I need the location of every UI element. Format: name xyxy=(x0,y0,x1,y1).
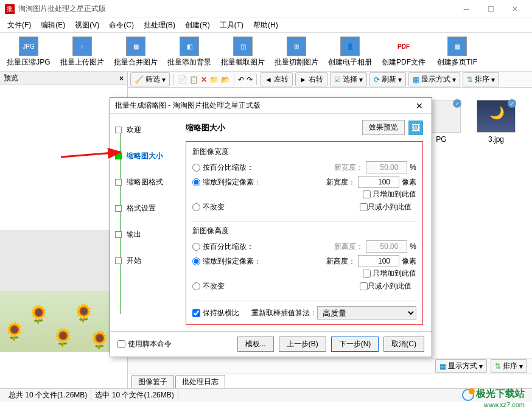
thumbnail-label: 3.jpg xyxy=(488,135,504,144)
width-percent-unit: % xyxy=(410,163,416,172)
tool-compress-jpg[interactable]: JPG批量压缩JPG xyxy=(4,34,54,70)
maximize-button[interactable]: ☐ xyxy=(478,1,503,18)
tool-merge[interactable]: ▦批量合并图片 xyxy=(111,34,161,70)
width-radio-pixel[interactable]: 缩放到指定像素： xyxy=(192,177,261,187)
tab-log[interactable]: 批处理日志 xyxy=(175,375,225,388)
menubar: 文件(F) 编辑(E) 视图(V) 命令(C) 批处理(B) 创建(R) 工具(… xyxy=(0,18,532,33)
template-button[interactable]: 模板... xyxy=(237,337,274,352)
height-group: 新图像高度 按百分比缩放： 新高度： % 缩放到指定像素： 新高度： 像素 xyxy=(192,226,416,293)
wizard-step-size[interactable]: 缩略图大小 xyxy=(115,151,172,161)
height-pixel-input[interactable] xyxy=(358,255,399,267)
width-pixel-input[interactable] xyxy=(358,176,399,188)
tool-pdf[interactable]: PDF创建PDF文件 xyxy=(379,34,429,70)
height-percent-unit: % xyxy=(410,242,416,251)
thumbnail-item[interactable]: ✓ 3.jpg xyxy=(475,100,517,144)
preview-image xyxy=(0,230,110,352)
preview-icon[interactable]: 🖼 xyxy=(408,120,423,135)
app-title: 淘淘图片批处理之星正式版 xyxy=(18,4,454,14)
wizard-step-output[interactable]: 输出 xyxy=(115,229,172,240)
keep-ratio-checkbox[interactable]: 保持纵横比 xyxy=(192,308,239,318)
wizard-step-start[interactable]: 开始 xyxy=(115,256,172,266)
height-percent-label: 新高度： xyxy=(334,242,363,252)
height-only-increase-checkbox[interactable]: 只增加到此值 xyxy=(363,268,416,279)
dialog-footer: 使用脚本命令 模板... 上一步(B) 下一步(N) 取消(C) xyxy=(110,331,432,357)
preview-title: 预览 xyxy=(4,73,119,83)
menu-create[interactable]: 创建(R) xyxy=(180,20,215,30)
view-mode-button[interactable]: ▦ 显示方式 ▾ xyxy=(408,72,460,86)
preview-close-icon[interactable]: × xyxy=(119,74,124,83)
app-icon: 批 xyxy=(5,4,15,14)
height-radio-percent[interactable]: 按百分比缩放： xyxy=(192,242,254,252)
menu-edit[interactable]: 编辑(E) xyxy=(36,20,70,30)
rotate-left-button[interactable]: ◄ 左转 xyxy=(261,72,293,86)
menu-view[interactable]: 视图(V) xyxy=(70,20,104,30)
use-script-checkbox[interactable]: 使用脚本命令 xyxy=(117,339,172,349)
wizard-content: 缩略图大小 效果预览 🖼 新图像宽度 按百分比缩放： 新宽度： % xyxy=(177,114,432,331)
dialog-close-icon[interactable]: ✕ xyxy=(412,101,427,111)
next-button[interactable]: 下一步(N) xyxy=(331,337,379,352)
menu-tools[interactable]: 工具(T) xyxy=(215,20,248,30)
refresh-button[interactable]: ⟳ 刷新 ▾ xyxy=(369,72,406,86)
menu-file[interactable]: 文件(F) xyxy=(2,20,36,30)
width-radio-nochange[interactable]: 不改变 xyxy=(192,202,225,212)
filter-icon: 🧹 xyxy=(135,75,144,84)
height-percent-input[interactable] xyxy=(366,240,407,253)
view-mode-button-2[interactable]: ▦ 显示方式 ▾ xyxy=(435,359,487,373)
height-pixel-label: 新高度： xyxy=(326,256,355,267)
tool-album[interactable]: 👤创建电子相册 xyxy=(325,34,375,70)
filter-button[interactable]: 🧹筛选 ▾ xyxy=(130,72,170,86)
content-toolbar: 🧹筛选 ▾ 📄 📋 ✕ 📁 📂 ↶ ↷ ◄ 左转 ► 右转 ☑ 选择 ▾ ⟳ 刷… xyxy=(128,72,532,88)
wizard-step-format[interactable]: 缩略图格式 xyxy=(115,177,172,187)
content-title: 缩略图大小 xyxy=(186,122,362,133)
tool-split[interactable]: ⊞批量切割图片 xyxy=(271,34,321,70)
status-total: 总共 10 个文件(1.26MB) xyxy=(5,390,91,400)
menu-help[interactable]: 帮助(H) xyxy=(248,20,283,30)
dialog-title: 批量生成缩略图 - 淘淘图片批处理之星正式版 xyxy=(115,100,412,111)
height-group-title: 新图像高度 xyxy=(192,226,416,236)
resample-select[interactable]: 高质量 xyxy=(317,306,416,319)
tool-icon[interactable]: 📄 xyxy=(178,75,187,84)
tool-upload[interactable]: ↑批量上传图片 xyxy=(57,34,107,70)
sort-button-2[interactable]: ⇅ 排序 ▾ xyxy=(491,359,527,373)
tool-background[interactable]: ◧批量添加背景 xyxy=(164,34,214,70)
height-radio-pixel[interactable]: 缩放到指定像素： xyxy=(192,256,261,267)
minimize-button[interactable]: ─ xyxy=(454,1,478,18)
delete-icon[interactable]: ✕ xyxy=(201,75,207,84)
wizard-step-welcome[interactable]: 欢迎 xyxy=(115,125,172,135)
bottom-tabs: 图像篮子 批处理日志 xyxy=(128,374,532,388)
tool-icon[interactable]: 📂 xyxy=(221,75,230,84)
badge-icon: ✓ xyxy=(453,99,461,108)
height-pixel-unit: 像素 xyxy=(402,256,416,267)
branding: 极光下载站 www.xz7.com xyxy=(462,388,525,408)
effect-preview-button[interactable]: 效果预览 xyxy=(362,120,405,135)
sort-button[interactable]: ⇅ 排序 ▾ xyxy=(463,72,499,86)
wizard-step-format-settings[interactable]: 格式设置 xyxy=(115,203,172,214)
tool-crop[interactable]: ◫批量截取图片 xyxy=(218,34,268,70)
prev-button[interactable]: 上一步(B) xyxy=(279,337,326,352)
cancel-button[interactable]: 取消(C) xyxy=(383,337,424,352)
width-only-decrease-checkbox[interactable]: 只减小到此值 xyxy=(360,202,411,212)
tab-basket[interactable]: 图像篮子 xyxy=(131,375,174,388)
dialog-titlebar: 批量生成缩略图 - 淘淘图片批处理之星正式版 ✕ xyxy=(110,98,432,114)
rotate-right-button[interactable]: ► 右转 xyxy=(295,72,327,86)
close-button[interactable]: ✕ xyxy=(503,1,527,18)
tool-icon[interactable]: ↶ xyxy=(238,75,244,84)
width-only-increase-checkbox[interactable]: 只增加到此值 xyxy=(363,189,416,200)
thumbnail-label: PG xyxy=(436,135,446,144)
tool-icon[interactable]: 📋 xyxy=(189,75,198,84)
titlebar: 批 淘淘图片批处理之星正式版 ─ ☐ ✕ xyxy=(0,0,532,18)
tool-tif[interactable]: ▦创建多页TIF xyxy=(432,34,482,70)
tool-icon[interactable]: 📁 xyxy=(209,75,219,84)
select-button[interactable]: ☑ 选择 ▾ xyxy=(330,72,367,86)
badge-icon: ✓ xyxy=(508,99,516,108)
branding-logo-icon xyxy=(462,389,474,401)
width-group-title: 新图像宽度 xyxy=(192,147,416,157)
width-radio-percent[interactable]: 按百分比缩放： xyxy=(192,162,254,173)
height-only-decrease-checkbox[interactable]: 只减小到此值 xyxy=(360,281,411,292)
width-percent-input[interactable] xyxy=(366,161,407,173)
width-pixel-unit: 像素 xyxy=(402,177,416,187)
menu-command[interactable]: 命令(C) xyxy=(104,20,139,30)
tool-icon[interactable]: ↷ xyxy=(247,75,253,84)
height-radio-nochange[interactable]: 不改变 xyxy=(192,281,225,292)
menu-batch[interactable]: 批处理(B) xyxy=(139,20,180,30)
